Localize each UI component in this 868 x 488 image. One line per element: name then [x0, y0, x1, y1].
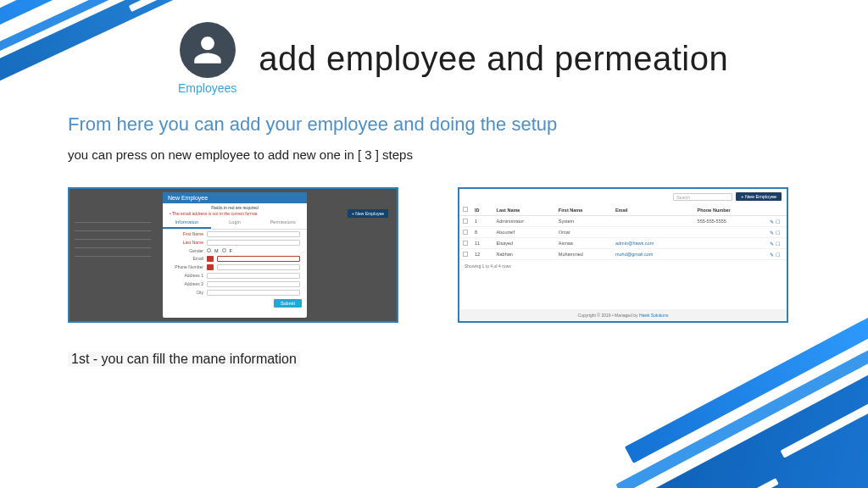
- table-row[interactable]: 11ElsayedAsmaaadmin@hawk.com✎ ☐: [459, 238, 787, 249]
- input-address2[interactable]: [207, 281, 300, 287]
- label-city: City: [170, 290, 203, 295]
- edit-icon[interactable]: ✎: [770, 230, 774, 236]
- edit-icon[interactable]: ✎: [770, 241, 774, 247]
- input-last-name[interactable]: [207, 240, 300, 246]
- label-gender: Gender: [170, 248, 203, 253]
- checkbox-row[interactable]: [463, 230, 468, 235]
- checkbox-row[interactable]: [463, 241, 468, 246]
- bg-new-employee-button[interactable]: + New Employee: [348, 209, 388, 218]
- label-email: Email: [170, 256, 203, 261]
- col-id[interactable]: ID: [471, 204, 493, 216]
- new-employee-button[interactable]: + New Employee: [736, 192, 782, 201]
- label-last-name: Last Name: [170, 240, 203, 245]
- tab-login[interactable]: Login: [211, 217, 259, 229]
- col-first-name[interactable]: First Name: [555, 204, 612, 216]
- table-row[interactable]: 12NabhanMohammedmohd@gmail.com✎ ☐: [459, 249, 787, 260]
- label-address1: Address 1: [170, 273, 203, 278]
- input-email[interactable]: [217, 256, 300, 262]
- employees-icon-block: Employees: [178, 22, 236, 95]
- table-row[interactable]: 1AdministratorSystem555-555-5555✎ ☐: [459, 216, 787, 227]
- assign-icon[interactable]: ☐: [776, 230, 780, 236]
- subtitle-secondary: you can press on new employee to add new…: [68, 147, 809, 162]
- screenshot-new-employee-form: + New Employee New Employee Fields in re…: [68, 187, 398, 323]
- tab-information[interactable]: Information: [163, 217, 211, 229]
- label-first-name: First Name: [170, 231, 203, 236]
- footer-link[interactable]: Hawk Solutions: [639, 313, 668, 318]
- input-city[interactable]: [207, 290, 300, 296]
- screenshot-employee-list: Search + New Employee ID Last Name First…: [458, 187, 788, 323]
- email-error-icon: [207, 256, 214, 262]
- assign-icon[interactable]: ☐: [776, 241, 780, 247]
- input-first-name[interactable]: [207, 231, 300, 237]
- input-address1[interactable]: [207, 273, 300, 279]
- label-address2: Address 2: [170, 281, 203, 286]
- radio-female[interactable]: [222, 248, 226, 252]
- col-last-name[interactable]: Last Name: [493, 204, 555, 216]
- edit-icon[interactable]: ✎: [770, 219, 774, 225]
- checkbox-all[interactable]: [463, 207, 468, 212]
- assign-icon[interactable]: ☐: [776, 219, 780, 225]
- page-footer: Copyright © 2019 • Managed by Hawk Solut…: [459, 309, 787, 321]
- col-phone[interactable]: Phone Number: [694, 204, 766, 216]
- employees-icon-label: Employees: [178, 81, 236, 95]
- modal-title: New Employee: [163, 192, 307, 203]
- submit-button[interactable]: Submit: [274, 299, 302, 308]
- radio-male[interactable]: [207, 248, 211, 252]
- tab-permissions[interactable]: Permissions: [259, 217, 307, 229]
- form-error-message: • The email address is not in the correc…: [163, 210, 307, 217]
- label-phone: Phone Number: [170, 264, 203, 269]
- page-title: add employee and permeation: [259, 40, 728, 78]
- pagination-summary: Showing 1 to 4 of 4 rows: [459, 260, 787, 272]
- phone-flag-icon: [207, 264, 214, 270]
- checkbox-row[interactable]: [463, 219, 468, 224]
- slide-header: Employees add employee and permeation: [178, 22, 809, 95]
- step-caption: 1st - you can fill the mane information: [68, 352, 300, 367]
- assign-icon[interactable]: ☐: [776, 252, 780, 258]
- table-row[interactable]: 8AbouzeifOmar✎ ☐: [459, 227, 787, 238]
- subtitle-primary: From here you can add your employee and …: [68, 114, 809, 136]
- input-phone[interactable]: [217, 264, 300, 270]
- search-input[interactable]: Search: [673, 193, 732, 201]
- required-fields-note: Fields in red are required: [163, 203, 307, 210]
- edit-icon[interactable]: ✎: [770, 252, 774, 258]
- person-icon: [180, 22, 236, 78]
- col-email[interactable]: Email: [612, 204, 694, 216]
- employee-table: ID Last Name First Name Email Phone Numb…: [459, 204, 787, 260]
- new-employee-modal: New Employee Fields in red are required …: [163, 192, 307, 318]
- checkbox-row[interactable]: [463, 252, 468, 257]
